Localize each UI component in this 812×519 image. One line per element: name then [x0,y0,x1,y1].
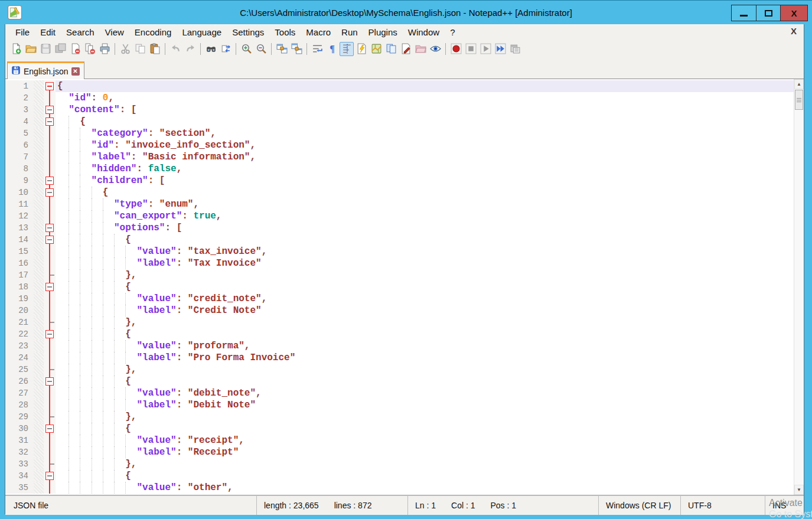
toolbar-button-zoom-in[interactable] [239,42,253,56]
line-number[interactable]: 25 [5,364,34,376]
fold-margin[interactable] [44,423,56,435]
fold-margin[interactable] [44,92,56,104]
line-number[interactable]: 33 [5,458,34,470]
toolbar-button-project-panel[interactable] [413,42,428,56]
code-text[interactable]: "value": "debit_note", [56,387,794,399]
code-text[interactable]: { [56,328,794,340]
maximize-button[interactable] [756,5,780,21]
menu-file[interactable]: File [10,25,35,39]
bookmark-margin[interactable] [34,470,44,482]
code-text[interactable]: "type": "enum", [56,198,794,210]
fold-margin[interactable] [44,328,56,340]
bookmark-margin[interactable] [34,364,44,376]
bookmark-margin[interactable] [34,435,44,446]
bookmark-margin[interactable] [34,104,44,116]
fold-collapse-icon[interactable] [45,377,54,386]
fold-margin[interactable] [44,246,56,257]
menu-edit[interactable]: Edit [35,25,61,39]
line-number[interactable]: 24 [5,352,34,364]
bookmark-margin[interactable] [34,305,44,316]
bookmark-margin[interactable] [34,187,44,198]
bookmark-margin[interactable] [34,293,44,305]
line-number[interactable]: 1 [5,80,34,92]
menu-macro[interactable]: Macro [301,25,336,39]
fold-margin[interactable] [44,175,56,187]
bookmark-margin[interactable] [34,175,44,187]
code-text[interactable]: "label": "Pro Forma Invoice" [56,352,794,364]
line-number[interactable]: 28 [5,399,34,411]
code-text[interactable]: "category": "section", [56,128,794,139]
close-button[interactable]: X [780,5,807,21]
line-number[interactable]: 31 [5,435,34,446]
fold-margin[interactable] [44,305,56,316]
toolbar-button-macro-play[interactable] [478,42,493,56]
code-text[interactable]: "label": "Tax Invoice" [56,257,794,269]
fold-margin[interactable] [44,399,56,411]
fold-margin[interactable] [44,458,56,470]
toolbar-button-print[interactable] [97,42,112,56]
line-number[interactable]: 20 [5,305,34,316]
fold-collapse-icon[interactable] [45,177,54,185]
toolbar-button-sync-vertical-scroll[interactable] [275,42,289,56]
line-number[interactable]: 29 [5,411,34,423]
code-text[interactable]: }, [56,458,794,470]
code-text[interactable]: "label": "Basic information", [56,151,794,163]
menu-language[interactable]: Language [177,25,227,39]
bookmark-margin[interactable] [34,198,44,210]
fold-collapse-icon[interactable] [45,472,54,480]
fold-margin[interactable] [44,446,56,458]
tab-english-json[interactable]: English.json ✕ [7,61,84,79]
code-text[interactable]: "label": "Receipt" [56,446,794,458]
fold-margin[interactable] [44,352,56,364]
scroll-up-button[interactable]: ▲ [794,79,804,89]
menu-search[interactable]: Search [61,25,100,39]
toolbar-button-document-map[interactable] [369,42,383,56]
toolbar-button-close[interactable] [68,42,82,56]
bookmark-margin[interactable] [34,423,44,435]
code-text[interactable]: }, [56,316,794,328]
toolbar-button-sync-horizontal-scroll[interactable] [289,42,304,56]
toolbar-button-paste[interactable] [148,42,162,56]
bookmark-margin[interactable] [34,328,44,340]
bookmark-margin[interactable] [34,352,44,364]
fold-collapse-icon[interactable] [45,106,54,114]
code-text[interactable]: }, [56,364,794,376]
fold-margin[interactable] [44,470,56,482]
toolbar-button-close-all[interactable] [83,42,97,56]
line-number[interactable]: 17 [5,269,34,281]
line-number[interactable]: 27 [5,387,34,399]
code-text[interactable]: { [56,423,794,435]
fold-margin[interactable] [44,187,56,198]
menu-encoding[interactable]: Encoding [129,25,177,39]
code-text[interactable]: { [56,187,794,198]
toolbar-button-cut[interactable] [118,42,132,56]
code-text[interactable]: "value": "tax_invoice", [56,246,794,257]
fold-margin[interactable] [44,128,56,139]
vertical-scrollbar[interactable]: ▲ ▼ [794,79,804,495]
menu-help[interactable]: ? [445,25,460,39]
line-number[interactable]: 5 [5,128,34,139]
code-text[interactable]: "value": "credit_note", [56,293,794,305]
code-text[interactable]: "options": [ [56,222,794,234]
code-text[interactable]: "label": "Debit Note" [56,399,794,411]
fold-margin[interactable] [44,116,56,128]
bookmark-margin[interactable] [34,222,44,234]
code-text[interactable]: { [56,376,794,387]
code-text[interactable]: { [56,116,794,128]
editor[interactable]: 1{2 "id": 0,3 "content": [4 {5 "category… [5,79,804,495]
toolbar-button-show-indent-guide[interactable] [340,42,354,56]
line-number[interactable]: 3 [5,104,34,116]
fold-margin[interactable] [44,316,56,328]
toolbar-button-macro-save[interactable] [508,42,522,56]
code-text[interactable]: "content": [ [56,104,794,116]
fold-collapse-icon[interactable] [45,330,54,338]
scroll-down-button[interactable]: ▼ [794,485,804,495]
code-text[interactable]: "value": "receipt", [56,435,794,446]
scrollbar-track[interactable] [794,89,804,485]
fold-collapse-icon[interactable] [45,283,54,291]
fold-margin[interactable] [44,293,56,305]
bookmark-margin[interactable] [34,151,44,163]
line-number[interactable]: 32 [5,446,34,458]
toolbar-button-show-all-characters[interactable]: ¶ [325,42,339,56]
line-number[interactable]: 19 [5,293,34,305]
